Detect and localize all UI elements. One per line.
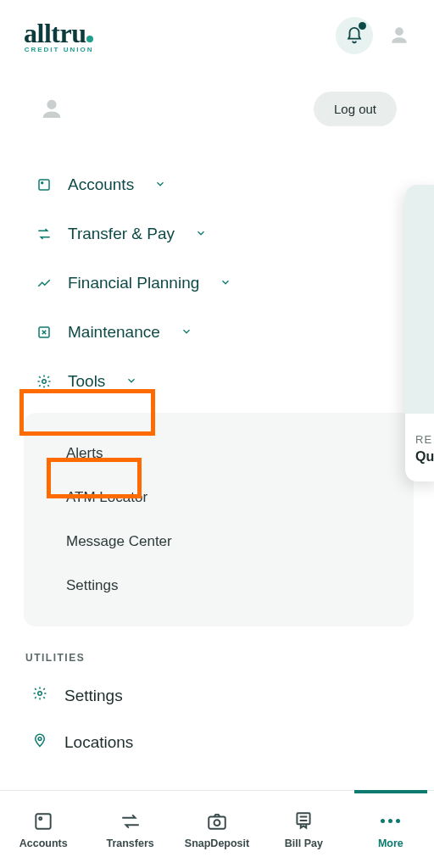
- brand-logo: alltru CREDIT UNION: [24, 18, 93, 53]
- main-nav: Accounts Transfer & Pay Financial Planni…: [0, 135, 434, 765]
- tab-accounts[interactable]: Accounts: [0, 791, 86, 868]
- nav-label: Transfer & Pay: [68, 225, 175, 243]
- gear-icon: [36, 373, 53, 390]
- tab-billpay[interactable]: Bill Pay: [260, 791, 347, 868]
- tab-transfers[interactable]: Transfers: [86, 791, 173, 868]
- svg-point-5: [38, 737, 42, 741]
- more-dots-icon: [381, 810, 400, 832]
- nav-item-tools[interactable]: Tools: [20, 357, 414, 406]
- svg-rect-6: [36, 814, 51, 828]
- utilities-heading: UTILITIES: [20, 626, 414, 672]
- chevron-down-icon: [181, 323, 192, 342]
- accounts-icon: [36, 176, 53, 193]
- peek-card[interactable]: RE Qu: [405, 185, 434, 481]
- person-icon: [39, 97, 64, 122]
- util-item-locations[interactable]: Locations: [20, 719, 414, 765]
- camera-icon: [206, 810, 228, 832]
- tab-label: Accounts: [19, 837, 68, 849]
- chevron-down-icon: [154, 175, 166, 194]
- nav-label: Maintenance: [68, 323, 160, 342]
- gear-icon: [32, 686, 47, 705]
- svg-rect-10: [298, 813, 310, 824]
- util-label: Settings: [64, 687, 123, 705]
- maintenance-icon: [36, 324, 53, 341]
- transfer-icon: [120, 810, 142, 832]
- nav-label: Financial Planning: [68, 274, 199, 292]
- accounts-icon: [32, 810, 54, 832]
- svg-rect-0: [39, 180, 49, 190]
- profile-avatar[interactable]: [39, 97, 64, 122]
- transfer-icon: [36, 225, 53, 242]
- pin-icon: [32, 732, 47, 752]
- tab-label: Transfers: [106, 837, 153, 849]
- nav-label: Accounts: [68, 175, 134, 194]
- nav-label: Tools: [68, 372, 105, 391]
- logout-button[interactable]: Log out: [314, 92, 397, 126]
- svg-point-7: [39, 817, 42, 820]
- peek-card-image: [405, 185, 434, 414]
- svg-point-3: [42, 380, 47, 384]
- svg-point-9: [214, 820, 220, 826]
- tab-label: More: [378, 837, 403, 849]
- top-bar: alltru CREDIT UNION: [0, 0, 434, 63]
- billpay-icon: [292, 810, 314, 832]
- tools-submenu: Alerts ATM Locator Message Center Settin…: [24, 413, 414, 626]
- person-icon: [388, 25, 410, 47]
- tab-label: SnapDeposit: [185, 837, 249, 849]
- bottom-tab-bar: Accounts Transfers SnapDeposit Bill Pay …: [0, 790, 434, 868]
- svg-point-1: [42, 182, 43, 184]
- svg-point-4: [38, 692, 42, 696]
- sub-item-settings[interactable]: Settings: [32, 564, 405, 608]
- brand-dot-icon: [86, 36, 93, 42]
- tab-snapdeposit[interactable]: SnapDeposit: [174, 791, 260, 868]
- notification-dot-icon: [359, 22, 366, 30]
- util-item-settings[interactable]: Settings: [20, 672, 414, 719]
- sub-item-message-center[interactable]: Message Center: [32, 520, 405, 564]
- nav-item-financial-planning[interactable]: Financial Planning: [20, 259, 414, 308]
- nav-item-maintenance[interactable]: Maintenance: [20, 308, 414, 357]
- chevron-down-icon: [125, 372, 137, 391]
- chevron-down-icon: [220, 274, 231, 292]
- util-label: Locations: [64, 733, 133, 752]
- tab-label: Bill Pay: [285, 837, 323, 849]
- sub-item-atm-locator[interactable]: ATM Locator: [32, 476, 405, 520]
- nav-item-transfer-pay[interactable]: Transfer & Pay: [20, 209, 414, 259]
- peek-line1: RE: [415, 433, 432, 446]
- peek-line2: Qu: [415, 449, 434, 465]
- chevron-down-icon: [195, 225, 207, 243]
- notifications-button[interactable]: [336, 17, 373, 54]
- brand-name: alltru: [24, 18, 93, 49]
- top-icons: [336, 17, 410, 54]
- tab-more[interactable]: More: [348, 791, 434, 868]
- profile-avatar-small[interactable]: [388, 25, 410, 47]
- nav-item-accounts[interactable]: Accounts: [20, 160, 414, 209]
- user-row: Log out: [0, 63, 434, 135]
- chart-icon: [36, 275, 53, 292]
- svg-rect-8: [209, 816, 225, 828]
- sub-item-alerts[interactable]: Alerts: [32, 431, 405, 476]
